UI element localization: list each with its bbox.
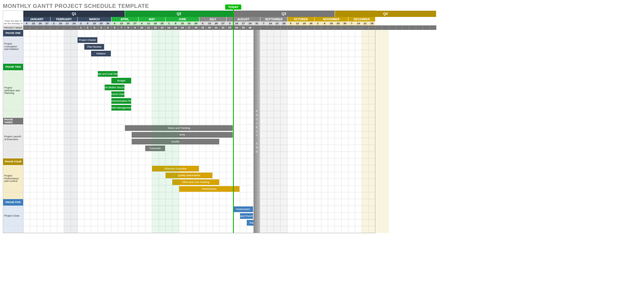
grid-cell bbox=[348, 131, 355, 138]
grid-cell bbox=[37, 104, 44, 111]
grid-cell bbox=[240, 84, 247, 91]
grid-cell bbox=[247, 145, 254, 152]
gantt-bar[interactable]: KPIs bbox=[132, 132, 233, 138]
grid-cell bbox=[315, 91, 321, 98]
gantt-bar[interactable]: Postmortem bbox=[233, 206, 253, 212]
gantt-bar[interactable]: Report bbox=[247, 220, 260, 226]
grid-cell bbox=[125, 199, 132, 206]
grid-cell bbox=[342, 206, 348, 213]
grid-cell bbox=[335, 77, 342, 84]
gantt-bar[interactable]: Risk Management bbox=[111, 105, 131, 111]
grid-cell bbox=[179, 84, 186, 91]
grid-cell bbox=[64, 104, 71, 111]
gantt-bar[interactable]: Project Punchlist bbox=[240, 213, 253, 219]
grid-cell bbox=[281, 118, 287, 125]
grid-cell bbox=[240, 111, 247, 118]
gantt-bar[interactable]: Plan Review bbox=[84, 44, 104, 50]
grid-cell bbox=[301, 186, 308, 192]
gantt-bar[interactable]: Work Bkdwn Structure bbox=[105, 85, 124, 90]
project-week-cell bbox=[355, 25, 362, 30]
grid-cell bbox=[125, 111, 132, 118]
grid-cell bbox=[118, 219, 125, 226]
grid-cell bbox=[315, 179, 321, 186]
gantt-bar[interactable]: Communication Plan bbox=[111, 98, 131, 104]
grid-cell bbox=[91, 199, 98, 206]
grid-cell bbox=[44, 199, 50, 206]
quarter-header-row: Q1Q2Q3Q4 bbox=[3, 11, 375, 17]
grid-cell bbox=[64, 131, 71, 138]
grid-cell bbox=[260, 213, 267, 219]
grid-cell bbox=[335, 158, 342, 165]
grid-cell bbox=[247, 98, 254, 104]
grid-cell bbox=[315, 131, 321, 138]
grid-cell bbox=[125, 57, 132, 64]
grid-cell bbox=[23, 50, 30, 57]
grid-cell bbox=[193, 43, 199, 50]
day-header: 3 bbox=[227, 21, 233, 25]
grid-cell bbox=[64, 30, 71, 37]
grid-cell bbox=[254, 213, 260, 219]
grid-cell bbox=[44, 91, 50, 98]
grid-cell bbox=[139, 91, 145, 98]
gantt-bar[interactable]: Scope and Goal Setting bbox=[98, 71, 118, 77]
day-header: 14 bbox=[267, 21, 274, 25]
grid-cell bbox=[260, 111, 267, 118]
day-header: 14 bbox=[355, 21, 362, 25]
grid-cell bbox=[233, 199, 240, 206]
grid-cell bbox=[199, 98, 206, 104]
project-week-cell bbox=[348, 25, 355, 30]
grid-cell bbox=[139, 152, 145, 158]
grid-cell bbox=[369, 91, 375, 98]
grid-cell bbox=[335, 111, 342, 118]
grid-cell bbox=[342, 226, 348, 233]
grid-cell bbox=[369, 152, 375, 158]
project-week-cell bbox=[403, 25, 409, 30]
grid-cell bbox=[206, 91, 213, 98]
project-week-cell bbox=[267, 25, 274, 30]
grid-cell bbox=[274, 158, 281, 165]
grid-cell bbox=[281, 50, 287, 57]
grid-cell bbox=[30, 213, 37, 219]
grid-cell bbox=[145, 219, 152, 226]
grid-cell bbox=[132, 213, 139, 219]
gantt-bar[interactable]: Status and Tracking bbox=[125, 125, 233, 131]
gantt-bar[interactable]: Effort and Cost Tracking bbox=[172, 179, 219, 185]
grid-cell bbox=[179, 213, 186, 219]
project-week-cell: 22 bbox=[220, 25, 227, 30]
grid-cell bbox=[125, 179, 132, 186]
gantt-bar[interactable]: Objective Execution bbox=[152, 166, 199, 171]
gantt-bar[interactable]: Forecasts bbox=[145, 146, 165, 151]
grid-cell bbox=[220, 158, 227, 165]
grid-cell bbox=[78, 91, 84, 98]
grid-cell bbox=[159, 70, 166, 77]
grid-cell bbox=[98, 226, 105, 233]
grid-cell bbox=[260, 186, 267, 192]
grid-cell bbox=[247, 64, 254, 70]
grid-cell bbox=[64, 172, 71, 179]
gantt-bar[interactable]: Initiation bbox=[91, 51, 111, 56]
gantt-bar[interactable]: Quality bbox=[132, 139, 219, 144]
gantt-bar[interactable]: Quality Deliverables bbox=[166, 173, 212, 178]
grid-cell bbox=[227, 70, 233, 77]
grid-cell bbox=[91, 111, 98, 118]
grid-cell bbox=[132, 104, 139, 111]
grid-cell bbox=[145, 179, 152, 186]
grid-cell bbox=[227, 64, 233, 70]
grid-cell bbox=[281, 138, 287, 145]
grid-cell bbox=[186, 77, 193, 84]
grid-cell bbox=[91, 104, 98, 111]
grid-cell bbox=[233, 152, 240, 158]
gantt-bar[interactable]: Performance bbox=[179, 186, 239, 192]
gantt-bar[interactable]: Project Charter bbox=[78, 37, 97, 43]
grid-cell bbox=[328, 172, 335, 179]
grid-cell bbox=[287, 118, 294, 125]
project-week-cell: 9 bbox=[132, 25, 139, 30]
grid-cell bbox=[335, 37, 342, 43]
grid-cell bbox=[369, 199, 375, 206]
grid-cell bbox=[98, 165, 105, 172]
grid-cell bbox=[281, 43, 287, 50]
grid-cell bbox=[315, 192, 321, 199]
grid-cell bbox=[50, 219, 57, 226]
gantt-bar[interactable]: Gantt Chart bbox=[111, 91, 124, 97]
gantt-bar[interactable]: Budget bbox=[111, 78, 131, 83]
